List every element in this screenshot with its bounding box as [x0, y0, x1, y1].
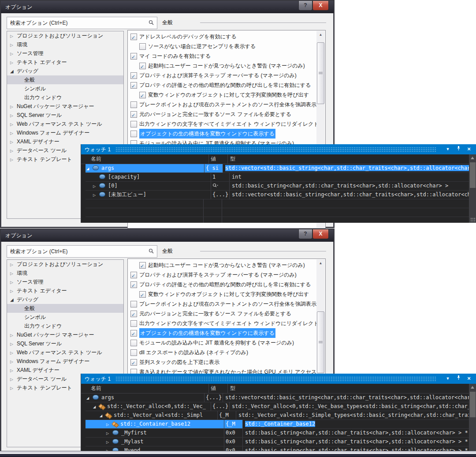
checkbox[interactable]: ✓: [130, 82, 137, 89]
checkbox[interactable]: ✓: [130, 359, 137, 366]
option-row[interactable]: ✓起動時にユーザー コードが見つからないとき警告 (マネージのみ): [128, 61, 325, 71]
collapsed-icon[interactable]: ▷: [10, 58, 15, 67]
checkbox[interactable]: ✓: [139, 92, 146, 98]
option-row[interactable]: ✓並列スタックの図を上下逆に表示: [128, 357, 325, 367]
collapsed-icon[interactable]: ▷: [10, 155, 15, 164]
collapsed-icon[interactable]: ▷: [10, 260, 15, 269]
option-row[interactable]: ✓プロパティの評価とその他の暗黙的な関数の呼び出しを常に有効にする: [128, 80, 325, 90]
watch-row[interactable]: [capacity]1int: [86, 173, 469, 182]
tree-item-デバッグ[interactable]: ◢デバッグ: [7, 67, 123, 75]
checkbox[interactable]: ✓: [130, 330, 137, 337]
checkbox[interactable]: [130, 121, 137, 127]
option-row[interactable]: ✓元のバージョンと完全に一致するソース ファイルを必要とする: [128, 309, 325, 318]
collapsed-icon[interactable]: ▷: [10, 111, 15, 120]
pin-icon[interactable]: [454, 375, 462, 382]
checkbox[interactable]: [130, 320, 137, 327]
search-icon[interactable]: [149, 20, 154, 27]
window-position-icon[interactable]: ▼: [444, 375, 452, 382]
tree-item-テキスト エディター[interactable]: ▷テキスト エディター: [7, 286, 123, 295]
tree-item-ソース管理[interactable]: ▷ソース管理: [7, 49, 123, 58]
expanded-icon[interactable]: ◢: [86, 165, 92, 172]
scroll-up-icon[interactable]: ▲: [316, 31, 325, 38]
tree-item-出力ウィンドウ[interactable]: 出力ウィンドウ: [7, 93, 123, 102]
tree-item-全般[interactable]: 全般: [7, 75, 123, 84]
option-row[interactable]: ✓アドレスレベルのデバッグを有効にする: [128, 32, 325, 41]
collapsed-icon[interactable]: ▷: [10, 384, 15, 393]
checkbox[interactable]: [130, 101, 137, 108]
collapsed-icon[interactable]: ▷: [10, 366, 15, 375]
option-row[interactable]: ソースがない場合に逆アセンブリを表示する: [128, 41, 325, 51]
tree-item-出力ウィンドウ[interactable]: 出力ウィンドウ: [7, 322, 123, 330]
close-button[interactable]: X: [312, 1, 329, 11]
tree-item-環境[interactable]: ▷環境: [7, 269, 123, 277]
option-row[interactable]: ✓マイ コードのみを有効にする: [128, 51, 325, 61]
collapsed-icon[interactable]: ▷: [10, 278, 15, 287]
collapsed-icon[interactable]: ▷: [10, 120, 15, 129]
collapsed-icon[interactable]: ▷: [106, 430, 112, 437]
option-row[interactable]: モジュールの読み込み中に JIT 最適化を抑制する (マネージのみ): [128, 338, 325, 348]
column-header-value[interactable]: 値: [208, 154, 227, 164]
search-input[interactable]: [9, 247, 143, 256]
option-row[interactable]: オブジェクトの生の構造体を変数ウィンドウに表示する: [128, 129, 325, 139]
tree-item-XAML デザイナー[interactable]: ▷XAML デザイナー: [7, 366, 123, 375]
tree-item-Windows フォーム デザイナー[interactable]: ▷Windows フォーム デザイナー: [7, 128, 123, 137]
collapsed-icon[interactable]: ▷: [10, 375, 15, 384]
collapsed-icon[interactable]: ▷: [93, 191, 98, 199]
option-row[interactable]: ✓オブジェクトの生の構造体を変数ウィンドウに表示する: [128, 328, 325, 338]
scrollbar-thumb[interactable]: [317, 42, 324, 104]
close-icon[interactable]: ×: [465, 146, 473, 153]
help-button[interactable]: ?: [298, 229, 312, 239]
collapsed-icon[interactable]: ▷: [10, 146, 15, 155]
tree-item-NuGet パッケージ マネージャー[interactable]: ▷NuGet パッケージ マネージャー: [7, 330, 123, 339]
checkbox[interactable]: ✓: [130, 281, 137, 288]
option-row[interactable]: 出力ウィンドウの文字をすべてイミディエイト ウィンドウにリダイレクト: [128, 119, 325, 129]
resize-grip[interactable]: [470, 217, 476, 222]
checkbox[interactable]: ✓: [130, 72, 137, 79]
checkbox[interactable]: ✓: [130, 34, 137, 40]
checkbox[interactable]: ✓: [139, 291, 146, 298]
tree-item-環境[interactable]: ▷環境: [7, 40, 123, 49]
collapsed-icon[interactable]: ▷: [10, 129, 15, 138]
search-icon[interactable]: [149, 248, 154, 255]
scrollbar-thumb[interactable]: [317, 311, 324, 373]
expanded-icon[interactable]: ◢: [100, 412, 105, 420]
collapsed-icon[interactable]: ▷: [106, 438, 112, 446]
collapsed-icon[interactable]: ▷: [93, 183, 98, 190]
tree-item-プロジェクトおよびソリューション[interactable]: ▷プロジェクトおよびソリューション: [7, 260, 123, 269]
tree-item-Windows フォーム デザイナー[interactable]: ▷Windows フォーム デザイナー: [7, 357, 123, 366]
collapsed-icon[interactable]: ▷: [10, 331, 15, 340]
tree-item-Web パフォーマンス テスト ツール[interactable]: ▷Web パフォーマンス テスト ツール: [7, 120, 123, 128]
collapsed-icon[interactable]: ▷: [10, 269, 15, 278]
scroll-up-icon[interactable]: ▲: [316, 259, 325, 267]
collapsed-icon[interactable]: ▷: [10, 41, 15, 49]
collapsed-icon[interactable]: ▷: [10, 340, 15, 348]
pin-icon[interactable]: [454, 146, 462, 153]
watch-empty-row[interactable]: [86, 217, 469, 223]
checkbox[interactable]: [130, 131, 137, 137]
help-button[interactable]: ?: [298, 1, 312, 11]
watch-row[interactable]: ◢args{...}std::vector<std::basic_string<…: [86, 393, 469, 402]
checkbox[interactable]: ✓: [130, 272, 137, 278]
checkbox[interactable]: [130, 340, 137, 346]
tree-item-SQL Server ツール[interactable]: ▷SQL Server ツール: [7, 339, 123, 348]
option-row[interactable]: ✓変数ウィンドウのオブジェクトに対して文字列変換関数を呼び出す: [128, 90, 325, 100]
magnifier-dropdown-icon[interactable]: [211, 182, 229, 190]
option-row[interactable]: ✓プロパティおよび演算子をステップ オーバーする (マネージのみ): [128, 270, 325, 280]
collapsed-icon[interactable]: ▷: [10, 348, 15, 357]
window-position-icon[interactable]: ▼: [444, 146, 452, 153]
watch-empty-row[interactable]: [86, 199, 469, 208]
option-row[interactable]: ブレークポイントおよび現在のステートメントのソース行全体を強調表示す: [128, 100, 325, 109]
checkbox[interactable]: [130, 301, 137, 307]
watch-row[interactable]: ▷[0]std::basic_string<char,std::char_tra…: [86, 182, 469, 191]
column-header-type[interactable]: 型: [227, 384, 469, 393]
checkbox[interactable]: [130, 349, 137, 356]
option-row[interactable]: 出力ウィンドウの文字をすべてイミディエイト ウィンドウにリダイレクト: [128, 318, 325, 328]
collapsed-icon[interactable]: ▷: [10, 287, 15, 296]
tree-item-SQL Server ツール[interactable]: ▷SQL Server ツール: [7, 111, 123, 120]
tree-item-テキスト エディター[interactable]: ▷テキスト エディター: [7, 58, 123, 67]
watch-row[interactable]: ▷std::_Container_base12{_Mstd::_Containe…: [86, 420, 469, 429]
collapsed-icon[interactable]: ▷: [10, 49, 15, 58]
scrollbar-thumb[interactable]: [470, 392, 476, 417]
tree-item-NuGet パッケージ マネージャー[interactable]: ▷NuGet パッケージ マネージャー: [7, 102, 123, 111]
tree-item-シンボル[interactable]: シンボル: [7, 313, 123, 322]
